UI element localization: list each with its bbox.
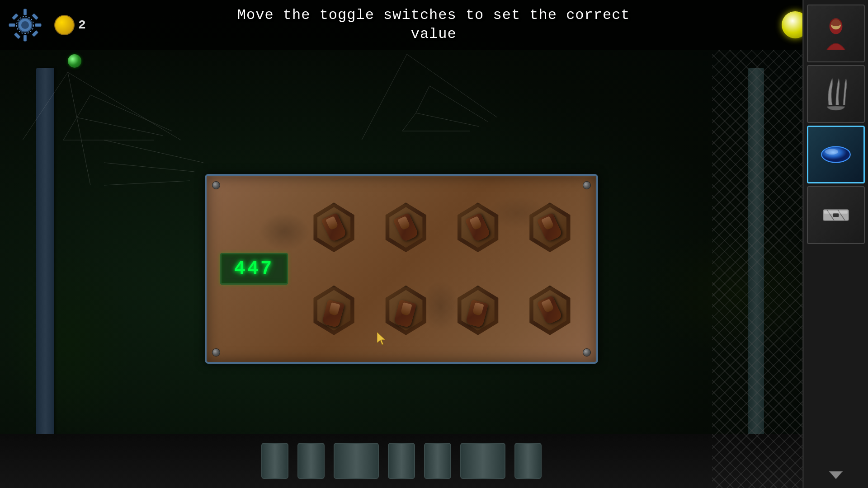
svg-line-19 — [407, 54, 497, 117]
switch-base-6 — [382, 286, 429, 335]
right-sidebar — [802, 0, 868, 488]
toggle-switch-6[interactable] — [379, 274, 433, 347]
svg-line-28 — [104, 181, 190, 185]
svg-rect-4 — [9, 23, 15, 27]
switches-area — [302, 189, 583, 348]
svg-rect-9 — [32, 30, 38, 36]
switch-base-4 — [526, 202, 574, 252]
gear-icon — [6, 6, 44, 44]
blue-oval-icon — [818, 136, 854, 173]
toggle-switch-7[interactable] — [451, 274, 505, 347]
lcd-value: 447 — [234, 258, 274, 280]
toggle-switch-3[interactable] — [451, 191, 505, 263]
svg-line-17 — [77, 95, 90, 117]
svg-rect-7 — [32, 13, 38, 19]
coin-icon — [54, 15, 75, 35]
bolt-bottom-right — [583, 348, 591, 357]
svg-line-11 — [68, 72, 181, 140]
svg-point-35 — [825, 149, 838, 155]
switch-base-8 — [526, 286, 574, 335]
svg-rect-40 — [824, 211, 848, 213]
svg-rect-5 — [35, 23, 41, 27]
svg-line-27 — [104, 163, 194, 172]
svg-rect-6 — [12, 13, 18, 19]
bolt-top-left — [212, 181, 220, 189]
svg-rect-2 — [24, 9, 27, 15]
svg-rect-39 — [833, 213, 839, 217]
svg-line-13 — [23, 72, 68, 140]
sidebar-item-character[interactable] — [807, 5, 865, 62]
top-bar: 2 Move the toggle switches to set the co… — [0, 0, 868, 50]
svg-line-12 — [68, 72, 90, 185]
switch-base-3 — [454, 202, 502, 252]
toggle-switch-4[interactable] — [523, 191, 577, 263]
sidebar-scroll-down[interactable] — [827, 469, 845, 483]
main-area: 447 — [0, 50, 802, 488]
svg-line-25 — [402, 113, 416, 131]
svg-rect-3 — [24, 35, 27, 41]
lcd-display: 447 — [220, 253, 288, 285]
blade-icon — [818, 197, 854, 233]
instruction-text: Move the toggle switches to set the corr… — [86, 6, 782, 43]
claw-icon — [818, 76, 854, 112]
svg-line-15 — [77, 117, 163, 136]
svg-point-32 — [830, 19, 842, 26]
svg-line-26 — [104, 140, 203, 163]
svg-point-1 — [21, 21, 29, 29]
toggle-switch-8[interactable] — [523, 274, 577, 347]
svg-rect-8 — [14, 32, 20, 38]
svg-marker-41 — [829, 471, 843, 479]
sidebar-item-claw[interactable] — [807, 65, 865, 123]
svg-line-21 — [429, 86, 488, 122]
svg-line-20 — [362, 54, 407, 140]
switch-base-1 — [310, 202, 358, 252]
svg-line-24 — [416, 86, 429, 113]
coin-count: 2 — [78, 18, 86, 32]
coin-area: 2 — [54, 15, 86, 35]
gear-menu-button[interactable] — [0, 0, 50, 50]
toggle-switch-5[interactable] — [307, 274, 361, 347]
toggle-switch-1[interactable] — [307, 191, 361, 263]
svg-point-34 — [822, 147, 850, 162]
switch-base-7 — [454, 286, 502, 335]
switch-base-5 — [310, 286, 358, 335]
panel-container: 447 — [205, 174, 598, 364]
sidebar-item-blue-oval[interactable] — [807, 126, 865, 183]
svg-line-18 — [63, 117, 77, 140]
svg-line-14 — [90, 95, 172, 131]
chevron-down-icon — [827, 469, 845, 480]
bolt-top-right — [583, 181, 591, 189]
sidebar-item-blade[interactable] — [807, 186, 865, 244]
metal-panel: 447 — [205, 174, 598, 364]
toggle-switch-2[interactable] — [379, 191, 433, 263]
svg-line-22 — [416, 113, 479, 127]
switch-base-2 — [382, 202, 429, 252]
bolt-bottom-left — [212, 348, 220, 357]
character-icon — [818, 15, 854, 52]
